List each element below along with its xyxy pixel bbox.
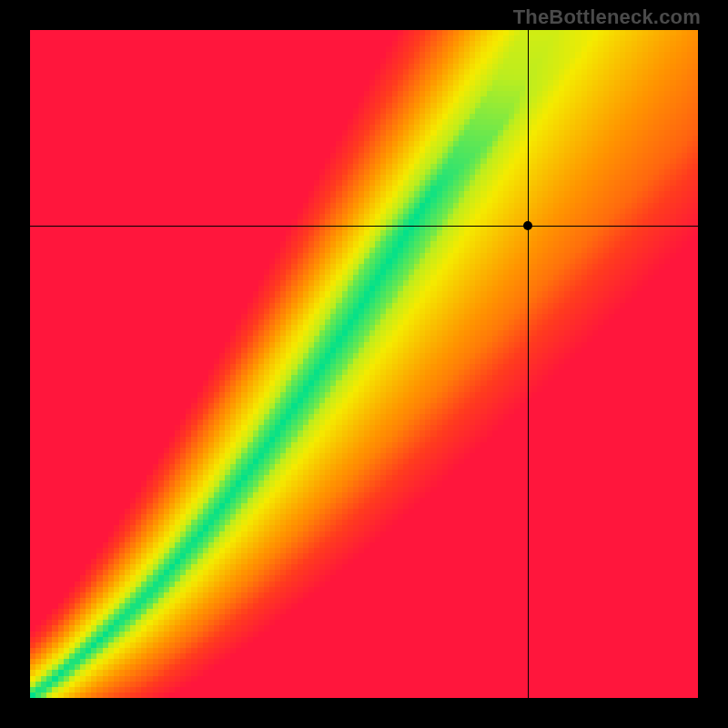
watermark-text: TheBottleneck.com (513, 5, 701, 29)
heatmap-canvas (30, 30, 698, 698)
crosshair-vertical (528, 30, 529, 698)
crosshair-horizontal (30, 226, 698, 227)
chart-frame: TheBottleneck.com (0, 0, 728, 728)
heatmap-plot (30, 30, 698, 698)
selection-dot (523, 221, 532, 230)
